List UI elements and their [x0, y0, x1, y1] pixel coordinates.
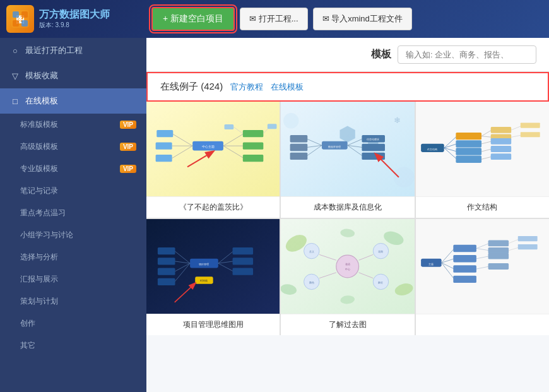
svg-rect-42	[290, 153, 308, 160]
clock-icon: ○	[10, 45, 20, 56]
template-caption-6	[416, 314, 549, 331]
template-item-1[interactable]: 中心主题	[146, 102, 280, 218]
sidebar-item-favorites[interactable]: ▽ 模板收藏	[0, 63, 146, 88]
sidebar-item-select[interactable]: 选择与分析	[0, 246, 146, 268]
sidebar-item-label-recent: 最近打开的工程	[25, 45, 83, 56]
template-item-3[interactable]: 作文结构	[416, 102, 549, 218]
template-thumb-2: 数据库管理 信息化建设	[281, 102, 414, 196]
svg-line-8	[172, 134, 193, 146]
svg-line-95	[319, 254, 336, 260]
sidebar-sub-label-plan: 策划与计划	[20, 296, 58, 307]
svg-text:花期: 花期	[379, 250, 384, 253]
svg-text:中心: 中心	[345, 268, 350, 271]
logo-icon: 图	[6, 5, 34, 33]
mindmap-svg-3: 作文结构	[416, 102, 549, 196]
svg-rect-55	[490, 127, 511, 133]
template-item-2[interactable]: 数据库管理 信息化建设	[281, 102, 414, 218]
sidebar-item-professional[interactable]: 专业版模板 VIP	[0, 158, 146, 180]
svg-line-74	[175, 263, 190, 271]
svg-point-90	[336, 255, 359, 278]
template-thumb-6: 主题	[416, 219, 549, 314]
sidebar-item-plan[interactable]: 策划与计划	[0, 290, 146, 312]
sidebar-item-notes[interactable]: 笔记与记录	[0, 180, 146, 202]
svg-rect-124	[488, 263, 509, 270]
template-thumb-1: 中心主题	[146, 102, 280, 196]
svg-rect-116	[453, 276, 476, 283]
svg-rect-11	[156, 142, 172, 149]
official-tutorial-link[interactable]: 官方教程	[230, 81, 263, 93]
content-area: 模板 在线例子 (424) 官方教程 在线模板 中心主题	[146, 38, 549, 392]
sidebar-item-create[interactable]: 创作	[0, 312, 146, 335]
svg-rect-73	[158, 258, 175, 264]
mindmap-svg-1: 中心主题	[146, 102, 280, 196]
svg-rect-15	[243, 130, 264, 137]
svg-text:时间线: 时间线	[200, 279, 208, 282]
sidebar-item-report[interactable]: 汇报与展示	[0, 268, 146, 290]
template-item-6[interactable]: 主题	[416, 219, 549, 335]
svg-line-20	[233, 127, 243, 134]
svg-rect-113	[453, 245, 476, 252]
svg-line-119	[476, 249, 489, 251]
sidebar: ○ 最近打开的工程 ▽ 模板收藏 □ 在线模板 标准版模板 VIP 高级版模板 …	[0, 38, 146, 392]
svg-line-76	[175, 263, 190, 282]
svg-text:❄: ❄	[394, 116, 401, 125]
new-project-button[interactable]: + 新建空白项目	[151, 7, 235, 31]
svg-point-106	[340, 295, 355, 304]
svg-rect-53	[456, 156, 481, 163]
svg-line-101	[319, 273, 336, 278]
svg-point-24	[283, 113, 298, 128]
svg-rect-128	[517, 244, 537, 249]
sidebar-item-label-favorites: 模板收藏	[25, 70, 58, 81]
template-header: 模板	[146, 38, 549, 72]
logo-title: 万方数据图大师	[39, 8, 110, 20]
svg-text:作文结构: 作文结构	[427, 148, 437, 151]
svg-rect-17	[243, 142, 264, 149]
open-project-button[interactable]: ✉ 打开工程...	[240, 8, 307, 30]
svg-line-54	[481, 130, 492, 136]
sidebar-item-other[interactable]: 其它	[0, 335, 146, 357]
svg-line-66	[511, 135, 521, 137]
sidebar-sub-label-advanced: 高级版模板	[20, 141, 58, 152]
svg-line-117	[476, 243, 489, 248]
online-template-link[interactable]: 在线模板	[271, 81, 304, 93]
svg-rect-5	[21, 20, 28, 27]
svg-text:项目管理: 项目管理	[199, 263, 209, 266]
svg-rect-115	[453, 265, 476, 272]
svg-text:含义: 含义	[309, 250, 314, 253]
svg-line-127	[509, 247, 519, 251]
sidebar-item-advanced[interactable]: 高级版模板 VIP	[0, 136, 146, 158]
svg-line-37	[307, 139, 322, 146]
main-container: ○ 最近打开的工程 ▽ 模板收藏 □ 在线模板 标准版模板 VIP 高级版模板 …	[0, 38, 549, 392]
svg-line-18	[223, 146, 244, 158]
sidebar-item-online[interactable]: □ 在线模板	[0, 88, 146, 114]
svg-line-112	[441, 263, 454, 279]
import-xmind-button[interactable]: ✉ 导入xmind工程文件	[313, 8, 412, 30]
svg-rect-67	[520, 132, 540, 137]
template-search-input[interactable]	[398, 45, 536, 64]
sidebar-item-review[interactable]: 重点考点温习	[0, 202, 146, 224]
template-item-4[interactable]: 项目管理	[146, 219, 280, 335]
sidebar-item-group[interactable]: 小组学习与讨论	[0, 224, 146, 246]
svg-rect-3	[21, 11, 28, 18]
template-caption-4: 项目管理思维图用	[146, 314, 280, 335]
sidebar-sub-label-notes: 笔记与记录	[20, 186, 58, 196]
svg-line-104	[359, 273, 374, 278]
svg-point-25	[394, 167, 415, 187]
svg-rect-118	[488, 241, 509, 247]
examples-title: 在线例子 (424)	[160, 81, 223, 93]
logo-area: 图 万方数据图大师 版本: 3.9.8	[6, 5, 151, 33]
svg-text:主题: 主题	[428, 263, 434, 266]
logo-version: 版本: 3.9.8	[39, 21, 110, 30]
sidebar-item-recent[interactable]: ○ 最近打开的工程	[0, 38, 146, 63]
svg-point-88	[394, 282, 415, 297]
app-header: 图 万方数据图大师 版本: 3.9.8 + 新建空白项目 ✉ 打开工程... ✉…	[0, 0, 549, 38]
svg-rect-71	[158, 247, 175, 254]
template-thumb-4: 项目管理	[146, 219, 280, 314]
star-icon: ▽	[10, 71, 20, 81]
sidebar-sub-label-professional: 专业版模板	[20, 163, 58, 174]
svg-rect-21	[225, 124, 234, 129]
template-item-5[interactable]: 花语 中心 含义 花期 颜色 象征	[281, 219, 414, 335]
svg-text:花语: 花语	[345, 263, 350, 266]
mindmap-svg-4: 项目管理	[146, 219, 280, 314]
sidebar-item-standard[interactable]: 标准版模板 VIP	[0, 114, 146, 136]
